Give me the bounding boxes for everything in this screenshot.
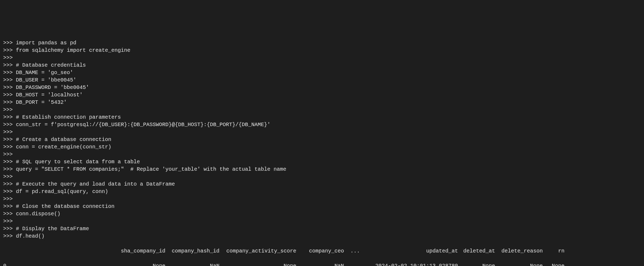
- code-text: # Display the DataFrame: [16, 226, 89, 232]
- col-header-hash: company_hash_id: [170, 247, 223, 255]
- code-line: >>>: [3, 218, 641, 225]
- table-row: 0NoneNaNNoneNaN...2024-02-02 10:01:13.02…: [3, 262, 641, 266]
- repl-prompt: >>>: [3, 84, 16, 91]
- col-header-ceo: company_ceo: [299, 247, 347, 255]
- cell-updated: 2024-02-02 10:01:13.028780: [363, 262, 461, 266]
- repl-prompt: >>>: [3, 136, 16, 143]
- code-line: >>> conn_str = f'postgresql://{DB_USER}:…: [3, 121, 641, 128]
- code-line: >>> # Create a database connection: [3, 136, 641, 143]
- col-header-index: [3, 247, 11, 255]
- code-text: df.head(): [16, 233, 45, 239]
- code-text: DB_PORT = '5432': [16, 99, 67, 105]
- code-line: >>> DB_PASSWORD = 'bbe0045': [3, 84, 641, 91]
- code-text: DB_USER = 'bbe0045': [16, 77, 76, 83]
- repl-prompt: >>>: [3, 211, 16, 217]
- code-text: DB_HOST = 'localhost': [16, 92, 83, 98]
- code-line: >>>: [3, 54, 641, 62]
- col-header-rn: rn: [546, 247, 564, 255]
- repl-prompt: >>>: [3, 122, 16, 128]
- code-line: >>> DB_NAME = 'go_seo': [3, 69, 641, 76]
- repl-prompt: >>>: [3, 114, 16, 120]
- repl-prompt: >>>: [3, 62, 16, 68]
- code-block: >>> import pandas as pd>>> from sqlalche…: [3, 39, 641, 240]
- repl-prompt: >>>: [3, 40, 16, 46]
- repl-prompt: >>>: [3, 77, 16, 83]
- repl-prompt: >>>: [3, 129, 16, 135]
- code-text: # SQL query to select data from a table: [16, 159, 140, 165]
- cell-hash: NaN: [170, 262, 223, 266]
- code-text: # Database credentials: [16, 62, 86, 68]
- cell-activity: None: [223, 262, 299, 266]
- code-line: >>> query = "SELECT * FROM companies;" #…: [3, 166, 641, 173]
- code-line: >>> # Establish connection parameters: [3, 114, 641, 121]
- repl-prompt: >>>: [3, 70, 16, 76]
- code-line: >>> # Execute the query and load data in…: [3, 181, 641, 188]
- cell-idx: 0: [3, 262, 11, 266]
- repl-prompt: >>>: [3, 233, 16, 239]
- cell-deleted: None: [461, 262, 498, 266]
- code-line: >>>: [3, 173, 641, 181]
- code-line: >>> DB_HOST = 'localhost': [3, 91, 641, 99]
- cell-ceo: NaN: [299, 262, 347, 266]
- code-line: >>> conn.dispose(): [3, 210, 641, 218]
- repl-prompt: >>>: [3, 196, 16, 202]
- code-text: # Create a database connection: [16, 136, 111, 143]
- code-line: >>> df.head(): [3, 233, 641, 240]
- code-line: >>> DB_PORT = '5432': [3, 99, 641, 106]
- code-line: >>> # Close the database connection: [3, 203, 641, 210]
- repl-prompt: >>>: [3, 151, 16, 157]
- code-line: >>>: [3, 151, 641, 158]
- repl-prompt: >>>: [3, 174, 16, 180]
- code-line: >>> # Display the DataFrame: [3, 225, 641, 233]
- code-line: >>>: [3, 106, 641, 114]
- cell-sha: None: [11, 262, 170, 266]
- code-line: >>> conn = create_engine(conn_str): [3, 143, 641, 151]
- code-text: import pandas as pd: [16, 40, 76, 46]
- repl-prompt: >>>: [3, 181, 16, 187]
- repl-prompt: >>>: [3, 47, 16, 53]
- col-header-dots: ...: [347, 247, 363, 255]
- repl-prompt: >>>: [3, 159, 16, 165]
- code-line: >>>: [3, 195, 641, 203]
- code-line: >>> DB_USER = 'bbe0045': [3, 76, 641, 84]
- code-line: >>>: [3, 128, 641, 136]
- repl-prompt: >>>: [3, 107, 16, 113]
- repl-prompt: >>>: [3, 218, 16, 224]
- code-line: >>> # Database credentials: [3, 62, 641, 69]
- repl-prompt: >>>: [3, 55, 16, 61]
- code-text: df = pd.read_sql(query, conn): [16, 188, 108, 195]
- code-line: >>> # SQL query to select data from a ta…: [3, 158, 641, 166]
- code-text: conn.dispose(): [16, 211, 60, 217]
- code-text: # Execute the query and load data into a…: [16, 181, 175, 187]
- col-header-updated: updated_at: [363, 247, 461, 255]
- col-header-activity: company_activity_score: [223, 247, 299, 255]
- repl-prompt: >>>: [3, 99, 16, 105]
- code-text: # Establish connection parameters: [16, 114, 121, 120]
- code-line: >>> import pandas as pd: [3, 39, 641, 47]
- col-header-reason: delete_reason: [498, 247, 546, 255]
- table-header-row: sha_company_idcompany_hash_idcompany_act…: [3, 247, 641, 255]
- code-line: >>> df = pd.read_sql(query, conn): [3, 188, 641, 195]
- code-text: DB_PASSWORD = 'bbe0045': [16, 84, 89, 91]
- col-header-deleted: deleted_at: [461, 247, 498, 255]
- repl-prompt: >>>: [3, 92, 16, 98]
- code-text: query = "SELECT * FROM companies;" # Rep…: [16, 166, 286, 172]
- cell-dots: ...: [347, 262, 363, 266]
- cell-rn: None: [546, 262, 564, 266]
- repl-prompt: >>>: [3, 203, 16, 209]
- col-header-sha: sha_company_id: [11, 247, 170, 255]
- terminal-content[interactable]: >>> import pandas as pd>>> from sqlalche…: [3, 32, 641, 266]
- code-line: >>> from sqlalchemy import create_engine: [3, 47, 641, 54]
- repl-prompt: >>>: [3, 188, 16, 195]
- code-text: conn = create_engine(conn_str): [16, 144, 111, 150]
- cell-reason: None: [498, 262, 546, 266]
- repl-prompt: >>>: [3, 144, 16, 150]
- repl-prompt: >>>: [3, 226, 16, 232]
- code-text: conn_str = f'postgresql://{DB_USER}:{DB_…: [16, 122, 270, 128]
- repl-prompt: >>>: [3, 166, 16, 172]
- code-text: from sqlalchemy import create_engine: [16, 47, 130, 53]
- table-body: 0NoneNaNNoneNaN...2024-02-02 10:01:13.02…: [3, 262, 641, 266]
- code-text: # Close the database connection: [16, 203, 114, 209]
- code-text: DB_NAME = 'go_seo': [16, 70, 73, 76]
